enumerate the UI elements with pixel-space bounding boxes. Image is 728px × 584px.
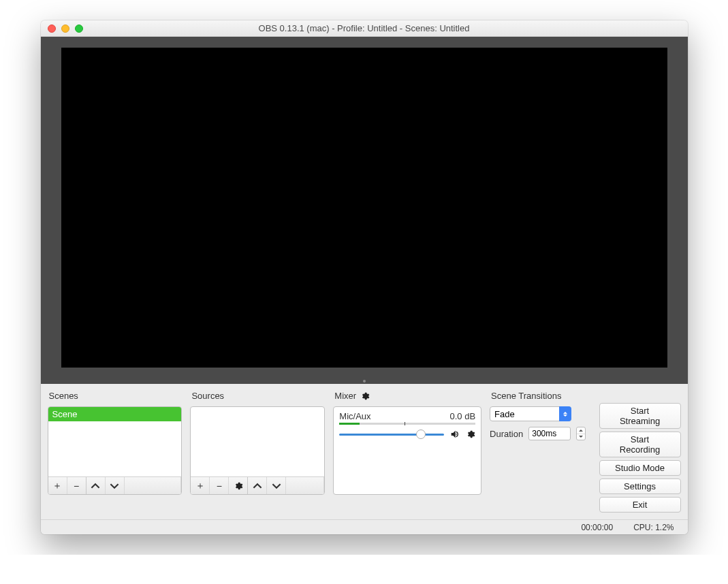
volume-slider[interactable] — [339, 429, 444, 440]
status-time: 00:00:00 — [581, 523, 613, 532]
window-title: OBS 0.13.1 (mac) - Profile: Untitled - S… — [41, 23, 688, 33]
mixer-box: Mic/Aux 0.0 dB — [333, 406, 481, 495]
panels-row: Scenes Scene ＋ − — [41, 384, 688, 519]
preview-canvas[interactable] — [61, 48, 667, 368]
titlebar: OBS 0.13.1 (mac) - Profile: Untitled - S… — [41, 20, 688, 37]
speaker-icon — [449, 429, 460, 440]
sources-header: Sources — [190, 388, 325, 406]
move-scene-up-button[interactable] — [86, 477, 106, 494]
app-window: OBS 0.13.1 (mac) - Profile: Untitled - S… — [41, 20, 688, 534]
select-arrows-icon — [559, 406, 571, 421]
scenes-panel: Scenes Scene ＋ − — [48, 388, 183, 495]
chevron-down-icon — [110, 481, 119, 491]
plus-icon: ＋ — [52, 480, 62, 492]
transitions-panel: Scene Transitions Duration — [490, 388, 590, 495]
chevron-up-icon — [91, 481, 100, 491]
chevron-up-icon — [253, 481, 262, 491]
move-source-down-button[interactable] — [267, 477, 286, 494]
start-streaming-button[interactable]: Start Streaming — [599, 403, 681, 429]
sources-list-body[interactable] — [191, 407, 324, 476]
mixer-title: Mixer — [334, 391, 356, 401]
duration-label: Duration — [490, 429, 523, 439]
exit-button[interactable]: Exit — [599, 497, 681, 513]
zoom-window-button[interactable] — [75, 25, 83, 33]
source-properties-button[interactable] — [229, 477, 248, 494]
control-buttons: Start Streaming Start Recording Studio M… — [599, 403, 681, 513]
remove-scene-button[interactable]: − — [67, 477, 86, 494]
move-source-up-button[interactable] — [248, 477, 267, 494]
transition-select[interactable] — [490, 406, 571, 421]
scenes-list-body[interactable]: Scene — [48, 407, 182, 476]
mixer-settings-button[interactable] — [360, 391, 370, 401]
splitter-grip[interactable] — [41, 378, 688, 384]
status-cpu: CPU: 1.2% — [633, 523, 674, 532]
sources-toolbar: ＋ − — [191, 476, 324, 494]
mixer-channel-db: 0.0 dB — [449, 411, 475, 421]
start-recording-button[interactable]: Start Recording — [599, 432, 681, 457]
stepper-up-icon[interactable] — [577, 427, 585, 434]
mute-button[interactable] — [449, 429, 460, 440]
traffic-lights — [41, 25, 83, 33]
list-item[interactable]: Scene — [48, 407, 182, 421]
chevron-down-icon — [272, 481, 281, 491]
remove-source-button[interactable]: − — [210, 477, 229, 494]
sources-listbox[interactable]: ＋ − — [190, 406, 325, 495]
settings-button[interactable]: Settings — [599, 478, 681, 494]
gear-icon — [466, 429, 475, 439]
scenes-header: Scenes — [48, 388, 183, 406]
move-scene-down-button[interactable] — [106, 477, 125, 494]
scenes-toolbar: ＋ − — [48, 476, 182, 494]
mixer-channel-name: Mic/Aux — [339, 411, 370, 421]
vu-meter — [339, 423, 475, 425]
duration-stepper[interactable] — [576, 427, 586, 440]
minimize-window-button[interactable] — [61, 25, 69, 33]
transitions-header: Scene Transitions — [490, 388, 590, 406]
gear-icon — [360, 391, 370, 401]
preview-area — [41, 37, 688, 378]
minus-icon: − — [217, 481, 222, 491]
plus-icon: ＋ — [195, 480, 205, 492]
close-window-button[interactable] — [48, 25, 56, 33]
minus-icon: − — [74, 481, 79, 491]
add-source-button[interactable]: ＋ — [191, 477, 210, 494]
stepper-down-icon[interactable] — [577, 434, 585, 440]
mixer-header: Mixer — [333, 388, 481, 406]
duration-input[interactable] — [528, 427, 571, 440]
studio-mode-button[interactable]: Studio Mode — [599, 460, 681, 476]
channel-settings-button[interactable] — [466, 429, 475, 439]
mixer-panel: Mixer Mic/Aux 0.0 dB — [333, 388, 481, 495]
gear-icon — [234, 481, 243, 491]
statusbar: 00:00:00 CPU: 1.2% — [41, 519, 688, 534]
scenes-listbox[interactable]: Scene ＋ − — [48, 406, 183, 495]
add-scene-button[interactable]: ＋ — [48, 477, 67, 494]
sources-panel: Sources ＋ − — [190, 388, 325, 495]
